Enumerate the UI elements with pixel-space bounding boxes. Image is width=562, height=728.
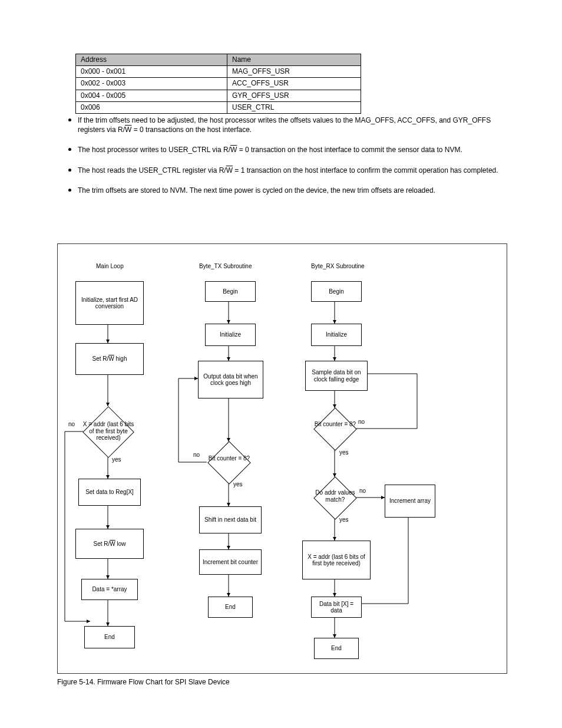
bullet-2: The host processor writes to USER_CTRL v… [78, 143, 514, 154]
bullet-1: If the trim offsets need to be adjusted,… [78, 113, 514, 134]
fc3-b1: Begin [311, 281, 362, 302]
fc2-no: no [193, 452, 200, 458]
fc1-title: Main Loop [96, 263, 124, 269]
cell: 0x002 - 0x003 [76, 78, 227, 90]
fc3-d1-no: no [358, 419, 365, 425]
cell: 0x004 - 0x005 [76, 90, 227, 101]
fc3-b4: X = addr (last 6 bits of first byte rece… [302, 541, 371, 579]
fc2-b2: Initialize [205, 324, 256, 346]
fc2-d1 [207, 441, 251, 485]
fc1-b1: Initialize, start first AD conversion [75, 281, 144, 325]
figure-caption: Figure 5-14. Firmware Flow Chart for SPI… [57, 678, 230, 686]
bullet-4: The trim offsets are stored to NVM. The … [78, 183, 514, 195]
bullet-3: The host reads the USER_CTRL register vi… [78, 163, 514, 175]
fc3-d1-yes: yes [339, 449, 349, 456]
fc2-d1-text: Bit counter = 8? [205, 455, 253, 462]
fc3-title: Byte_RX Subroutine [311, 263, 365, 269]
cell: USER_CTRL [227, 101, 361, 113]
fc1-d1-text: X = addr (last 6 bits of the first byte … [82, 421, 134, 442]
fc3-d2-no: no [359, 487, 366, 494]
fc2-b5: Increment bit counter [199, 549, 262, 575]
fc2-b6: End [208, 597, 253, 618]
cell: 0x006 [76, 101, 227, 113]
fc2-b3: Output data bit when clock goes high [198, 361, 263, 398]
th-address: Address [76, 54, 227, 66]
fc3-d2-text: Do addr values match? [310, 489, 361, 503]
fc3-d1-text: Bit counter = 8? [311, 421, 359, 428]
fc3-side: Increment array [385, 485, 435, 518]
cell: ACC_OFFS_USR [227, 78, 361, 90]
cell: GYR_OFFS_USR [227, 90, 361, 101]
register-table: Address Name 0x000 - 0x001MAG_OFFS_USR 0… [75, 54, 361, 114]
fc3-d2-yes: yes [339, 516, 349, 523]
fc2-b4: Shift in next data bit [199, 506, 262, 533]
figure-frame: Main Loop Byte_TX Subroutine Byte_RX Sub… [57, 243, 507, 674]
fc1-b2: Set R/W high [75, 343, 144, 375]
bullet-list: If the trim offsets need to be adjusted,… [65, 113, 514, 203]
fc2-b1: Begin [205, 281, 256, 302]
fc1-yes: yes [112, 456, 121, 463]
fc1-no: no [68, 421, 75, 427]
fc3-d1 [313, 407, 357, 451]
fc3-b5: Data bit [X] = data [311, 597, 362, 618]
page: Address Name 0x000 - 0x001MAG_OFFS_USR 0… [0, 0, 562, 728]
fc3-b2: Initialize [311, 324, 362, 346]
cell: MAG_OFFS_USR [227, 66, 361, 78]
fc3-b3: Sample data bit on clock falling edge [305, 361, 368, 391]
fc1-b4: Set R/W low [75, 529, 144, 559]
fc1-b3: Set data to Reg[X] [78, 479, 141, 506]
fc3-b6: End [314, 638, 359, 659]
fc2-title: Byte_TX Subroutine [199, 263, 252, 269]
fc2-yes: yes [233, 481, 243, 487]
fc1-b6: End [84, 626, 135, 648]
cell: 0x000 - 0x001 [76, 66, 227, 78]
th-name: Name [227, 54, 361, 66]
fc1-b5: Data = *array [81, 579, 138, 600]
